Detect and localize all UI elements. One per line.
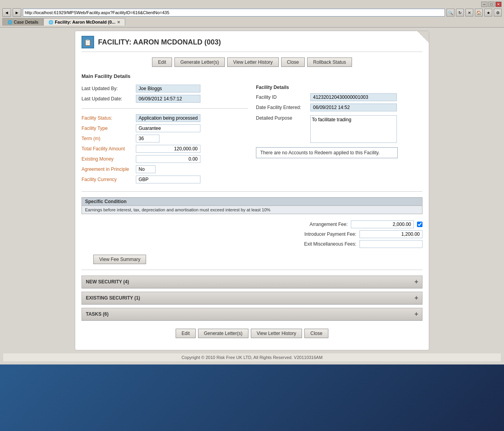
exit-misc-fees-label: Exit Miscellaneous Fees: (293, 241, 356, 247)
date-facility-entered-label: Date Facility Entered: (256, 105, 307, 110)
address-bar[interactable]: http://localhost:61929/MPSWeb/Facility.a… (23, 9, 445, 17)
facility-status-input[interactable] (136, 114, 200, 122)
facility-id-label: Facility ID (256, 94, 307, 100)
url-text: http://localhost:61929/MPSWeb/Facility.a… (25, 10, 169, 15)
browser-chrome: ─ □ ✕ ◄ ► http://localhost:61929/MPSWeb/… (0, 0, 504, 28)
detailed-purpose-textarea[interactable] (310, 115, 397, 143)
exit-misc-fees-input[interactable] (359, 240, 422, 248)
search-icon[interactable]: 🔍 (447, 9, 454, 17)
browser-tabs: 🌐 Case Details 🌐 Facility: Aaron McDonal… (2, 18, 502, 26)
term-input[interactable] (136, 135, 159, 142)
agreement-in-principle-input[interactable] (136, 165, 156, 173)
maximize-button[interactable]: □ (488, 2, 495, 7)
generate-letters-button[interactable]: Generate Letter(s) (174, 57, 225, 67)
forward-button[interactable]: ► (13, 8, 21, 17)
term-label: Term (m) (82, 136, 133, 141)
total-facility-amount-label: Total Facility Amount (82, 146, 133, 152)
copyright-bar: Copyright © 2010 Risk Free UK LTD, All R… (3, 353, 501, 361)
facility-type-input[interactable] (136, 124, 200, 132)
view-fee-summary-button[interactable]: View Fee Summary (93, 255, 146, 264)
specific-condition-box: Specific Condition Earnings before inter… (82, 197, 422, 214)
existing-security-expand-icon[interactable]: + (415, 294, 418, 302)
tab-label-facility: Facility: Aaron McDonald (0... (55, 20, 115, 24)
facility-currency-label: Facility Currency (82, 177, 133, 182)
close-button[interactable]: Close (281, 57, 305, 67)
tasks-expand-icon[interactable]: + (415, 311, 418, 318)
facility-currency-input[interactable] (136, 176, 200, 183)
main-facility-heading: Main Facility Details (82, 73, 422, 79)
arrangement-fee-label: Arrangement Fee: (285, 222, 348, 227)
footer-action-buttons: Edit Generate Letter(s) View Letter Hist… (82, 329, 422, 338)
footer-view-letter-history-button[interactable]: View Letter History (251, 329, 302, 338)
last-updated-by-input[interactable] (136, 85, 200, 92)
detailed-purpose-row: Detailed Purpose To facilitate trading (256, 115, 422, 144)
home-icon[interactable]: 🏠 (475, 9, 483, 17)
main-content: 📋 FACILITY: AARON MCDONALD (003) Edit Ge… (0, 28, 504, 364)
introducer-payment-fee-input[interactable] (359, 230, 422, 238)
existing-security-header[interactable]: EXISTING SECURITY (1) + (82, 292, 422, 304)
last-updated-date-input[interactable] (136, 95, 200, 103)
footer-generate-letters-button[interactable]: Generate Letter(s) (198, 329, 248, 338)
rollback-status-button[interactable]: Rollback Status (307, 57, 352, 67)
favorites-icon[interactable]: ★ (484, 9, 492, 17)
detailed-purpose-label: Detailed Purpose (256, 115, 307, 121)
back-button[interactable]: ◄ (2, 8, 11, 17)
page-title-icon: 📋 (82, 36, 94, 48)
browser-toolbar: ◄ ► http://localhost:61929/MPSWeb/Facili… (2, 8, 502, 17)
existing-money-input[interactable] (136, 155, 200, 163)
tab-facility[interactable]: 🌐 Facility: Aaron McDonald (0... ✕ (43, 18, 125, 26)
top-action-buttons: Edit Generate Letter(s) View Letter Hist… (82, 57, 422, 67)
security-sections: NEW SECURITY (4) + EXISTING SECURITY (1)… (82, 276, 422, 321)
existing-security-section: EXISTING SECURITY (1) + (82, 292, 422, 305)
introducer-payment-fee-row: Introducer Payment Fee: (293, 230, 422, 238)
facility-type-label: Facility Type (82, 126, 133, 131)
agreement-in-principle-row: Agreement in Principle (82, 165, 248, 173)
specific-condition-header: Specific Condition (82, 198, 422, 206)
last-updated-by-label: Last Updated By: (82, 86, 133, 91)
fees-section: Arrangement Fee: Introducer Payment Fee:… (82, 220, 422, 250)
main-facility-form: Last Updated By: Last Updated Date: Faci… (82, 85, 422, 186)
page-title-bar: 📋 FACILITY: AARON MCDONALD (003) (82, 36, 422, 52)
edit-button[interactable]: Edit (152, 57, 172, 67)
agreement-in-principle-label: Agreement in Principle (82, 166, 133, 172)
facility-id-input[interactable] (310, 93, 397, 101)
specific-condition-text: Earnings before interest, tax, depreciat… (82, 206, 422, 214)
exit-misc-fees-row: Exit Miscellaneous Fees: (293, 240, 422, 248)
last-updated-date-label: Last Updated Date: (82, 96, 133, 102)
tasks-section: TASKS (6) + (82, 308, 422, 321)
tasks-header[interactable]: TASKS (6) + (82, 308, 422, 320)
tab-case-details[interactable]: 🌐 Case Details (2, 18, 43, 26)
page-panel: 📋 FACILITY: AARON MCDONALD (003) Edit Ge… (75, 31, 429, 350)
stop-icon[interactable]: ✕ (465, 9, 473, 17)
footer-edit-button[interactable]: Edit (176, 329, 196, 338)
refresh-icon[interactable]: ↻ (456, 9, 464, 17)
existing-security-label: EXISTING SECURITY (1) (86, 295, 140, 301)
tab-close-icon[interactable]: ✕ (117, 20, 120, 24)
introducer-payment-fee-label: Introducer Payment Fee: (293, 231, 356, 237)
last-updated-date-row: Last Updated Date: (82, 95, 248, 103)
existing-money-row: Existing Money (82, 155, 248, 163)
term-row: Term (m) (82, 135, 248, 142)
last-updated-by-row: Last Updated By: (82, 85, 248, 92)
facility-currency-row: Facility Currency (82, 176, 248, 183)
minimize-button[interactable]: ─ (481, 2, 487, 7)
footer-close-button[interactable]: Close (304, 329, 328, 338)
close-window-button[interactable]: ✕ (495, 2, 502, 7)
view-letter-history-button[interactable]: View Letter History (227, 57, 278, 67)
date-facility-entered-input[interactable] (310, 104, 397, 111)
new-security-header[interactable]: NEW SECURITY (4) + (82, 276, 422, 288)
facility-id-row: Facility ID (256, 93, 422, 101)
date-facility-entered-row: Date Facility Entered: (256, 104, 422, 111)
facility-icon: 📋 (84, 39, 92, 46)
existing-money-label: Existing Money (82, 156, 133, 162)
facility-type-row: Facility Type (82, 124, 248, 132)
new-security-label: NEW SECURITY (4) (86, 279, 129, 285)
settings-icon[interactable]: ⚙ (494, 9, 502, 17)
total-facility-amount-input[interactable] (136, 145, 200, 153)
no-accounts-message: There are no Accounts to Redeem applied … (260, 150, 380, 155)
tasks-label: TASKS (6) (86, 311, 109, 317)
arrangement-fee-row: Arrangement Fee: (285, 220, 422, 228)
new-security-expand-icon[interactable]: + (415, 278, 418, 285)
arrangement-fee-input[interactable] (351, 220, 414, 228)
arrangement-fee-checkbox[interactable] (417, 222, 422, 227)
